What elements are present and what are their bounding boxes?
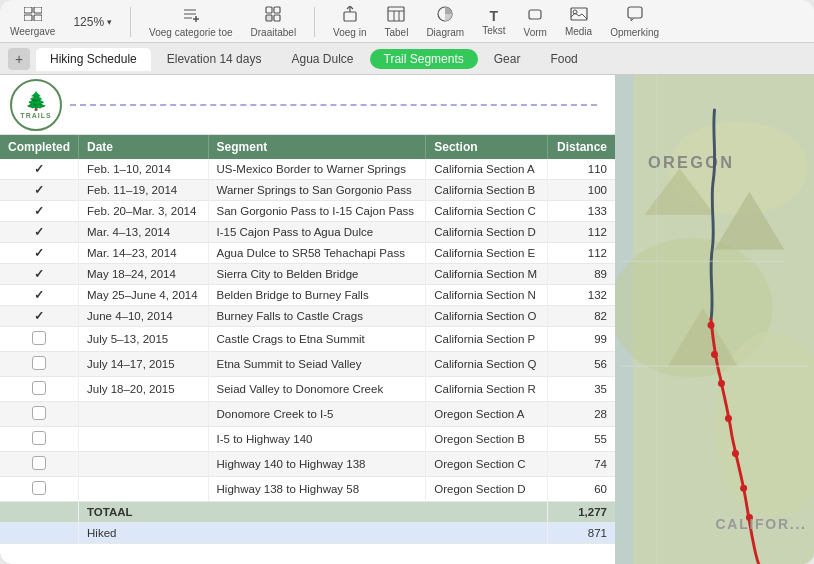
svg-point-37 xyxy=(732,450,739,457)
tab-trail-segments[interactable]: Trail Segments xyxy=(370,49,478,69)
checkbox-empty[interactable] xyxy=(32,331,46,345)
tab-hiking-schedule[interactable]: Hiking Schedule xyxy=(36,48,151,70)
toolbar-vorm[interactable]: Vorm xyxy=(524,6,547,38)
weergave-label: Weergave xyxy=(10,26,55,37)
checkmark-icon: ✓ xyxy=(34,162,44,176)
toolbar-zoom-control[interactable]: 125% ▾ xyxy=(73,15,112,29)
toolbar-tabel[interactable]: Tabel xyxy=(384,6,408,38)
main-content: 🌲 TRAILS Completed Date Segment Section … xyxy=(0,75,814,564)
table-container[interactable]: Completed Date Segment Section Distance … xyxy=(0,135,615,564)
cell-section: California Section R xyxy=(426,377,548,402)
cell-completed[interactable]: ✓ xyxy=(0,201,79,222)
cell-segment: Sierra City to Belden Bridge xyxy=(208,264,426,285)
cell-completed[interactable]: ✓ xyxy=(0,285,79,306)
cell-segment: Burney Falls to Castle Crags xyxy=(208,306,426,327)
toolbar-draaitabel[interactable]: Draaitabel xyxy=(251,6,297,38)
cell-completed[interactable] xyxy=(0,352,79,377)
svg-point-35 xyxy=(718,380,725,387)
cell-completed[interactable]: ✓ xyxy=(0,243,79,264)
cell-date: July 18–20, 2015 xyxy=(79,377,209,402)
cell-completed[interactable] xyxy=(0,477,79,502)
table-row: Donomore Creek to I-5Oregon Section A28 xyxy=(0,402,615,427)
table-row: ✓Mar. 4–13, 2014I-15 Cajon Pass to Agua … xyxy=(0,222,615,243)
cell-date: July 5–13, 2015 xyxy=(79,327,209,352)
toolbar-opmerking[interactable]: Opmerking xyxy=(610,6,659,38)
tab-food[interactable]: Food xyxy=(536,48,591,70)
checkbox-empty[interactable] xyxy=(32,481,46,495)
cell-segment: US-Mexico Border to Warner Springs xyxy=(208,159,426,180)
table-row: ✓June 4–10, 2014Burney Falls to Castle C… xyxy=(0,306,615,327)
media-icon xyxy=(570,7,588,24)
cell-completed[interactable] xyxy=(0,427,79,452)
checkbox-empty[interactable] xyxy=(32,381,46,395)
table-row: Highway 140 to Highway 138Oregon Section… xyxy=(0,452,615,477)
table-row: Highway 138 to Highway 58Oregon Section … xyxy=(0,477,615,502)
table-row: I-5 to Highway 140Oregon Section B55 xyxy=(0,427,615,452)
tekst-label: Tekst xyxy=(482,25,505,36)
cell-completed[interactable] xyxy=(0,327,79,352)
cell-date: Feb. 20–Mar. 3, 2014 xyxy=(79,201,209,222)
divider-2 xyxy=(314,7,315,37)
checkmark-icon: ✓ xyxy=(34,225,44,239)
add-sheet-button[interactable]: + xyxy=(8,48,30,70)
footer2-checkbox xyxy=(0,523,79,544)
tabel-icon xyxy=(387,6,405,25)
trail-segments-table: Completed Date Segment Section Distance … xyxy=(0,135,615,544)
cell-completed[interactable] xyxy=(0,402,79,427)
cell-completed[interactable] xyxy=(0,377,79,402)
cell-section: California Section E xyxy=(426,243,548,264)
checkbox-empty[interactable] xyxy=(32,456,46,470)
svg-point-36 xyxy=(725,415,732,422)
logo-area: 🌲 TRAILS xyxy=(0,75,615,135)
cell-completed[interactable] xyxy=(0,452,79,477)
tab-gear[interactable]: Gear xyxy=(480,48,535,70)
table-row: ✓Mar. 14–23, 2014Agua Dulce to SR58 Teha… xyxy=(0,243,615,264)
draaitabel-label: Draaitabel xyxy=(251,27,297,38)
toolbar-voeg-in[interactable]: Voeg in xyxy=(333,6,366,38)
voeg-in-icon xyxy=(342,6,358,25)
cell-date: Feb. 11–19, 2014 xyxy=(79,180,209,201)
table-row: July 18–20, 2015Seiad Valley to Donomore… xyxy=(0,377,615,402)
footer-row-totaal: TOTAAL 1,277 xyxy=(0,502,615,523)
categorie-icon xyxy=(182,6,200,25)
cell-completed[interactable]: ✓ xyxy=(0,306,79,327)
categorie-label: Voeg categorie toe xyxy=(149,27,232,38)
tab-agua-dulce[interactable]: Agua Dulce xyxy=(277,48,367,70)
toolbar-media[interactable]: Media xyxy=(565,7,592,37)
opmerking-icon xyxy=(627,6,643,25)
cell-completed[interactable]: ✓ xyxy=(0,264,79,285)
checkbox-empty[interactable] xyxy=(32,431,46,445)
view-icon xyxy=(24,7,42,24)
checkmark-icon: ✓ xyxy=(34,204,44,218)
svg-rect-9 xyxy=(266,7,272,13)
svg-text:OREGON: OREGON xyxy=(648,153,734,171)
toolbar-categorie[interactable]: Voeg categorie toe xyxy=(149,6,232,38)
cell-completed[interactable]: ✓ xyxy=(0,222,79,243)
table-row: ✓Feb. 1–10, 2014US-Mexico Border to Warn… xyxy=(0,159,615,180)
checkbox-empty[interactable] xyxy=(32,356,46,370)
svg-point-38 xyxy=(740,485,747,492)
cell-section: California Section Q xyxy=(426,352,548,377)
toolbar-weergave[interactable]: Weergave xyxy=(10,7,55,37)
logo-text: TRAILS xyxy=(20,112,51,119)
dashed-line-indicator xyxy=(70,104,597,106)
cell-completed[interactable]: ✓ xyxy=(0,159,79,180)
checkmark-icon: ✓ xyxy=(34,183,44,197)
table-row: July 5–13, 2015Castle Crags to Etna Summ… xyxy=(0,327,615,352)
tab-bar: + Hiking Schedule Elevation 14 days Agua… xyxy=(0,43,814,75)
cell-completed[interactable]: ✓ xyxy=(0,180,79,201)
cell-date: June 4–10, 2014 xyxy=(79,306,209,327)
table-row: ✓Feb. 11–19, 2014Warner Springs to San G… xyxy=(0,180,615,201)
cell-section: Oregon Section C xyxy=(426,452,548,477)
divider-1 xyxy=(130,7,131,37)
toolbar-tekst[interactable]: T Tekst xyxy=(482,9,505,36)
svg-rect-11 xyxy=(266,15,272,21)
cell-date xyxy=(79,402,209,427)
cell-date xyxy=(79,452,209,477)
cell-section: California Section O xyxy=(426,306,548,327)
opmerking-label: Opmerking xyxy=(610,27,659,38)
checkbox-empty[interactable] xyxy=(32,406,46,420)
toolbar-diagram[interactable]: Diagram xyxy=(426,6,464,38)
draaitabel-icon xyxy=(265,6,281,25)
tab-elevation[interactable]: Elevation 14 days xyxy=(153,48,276,70)
